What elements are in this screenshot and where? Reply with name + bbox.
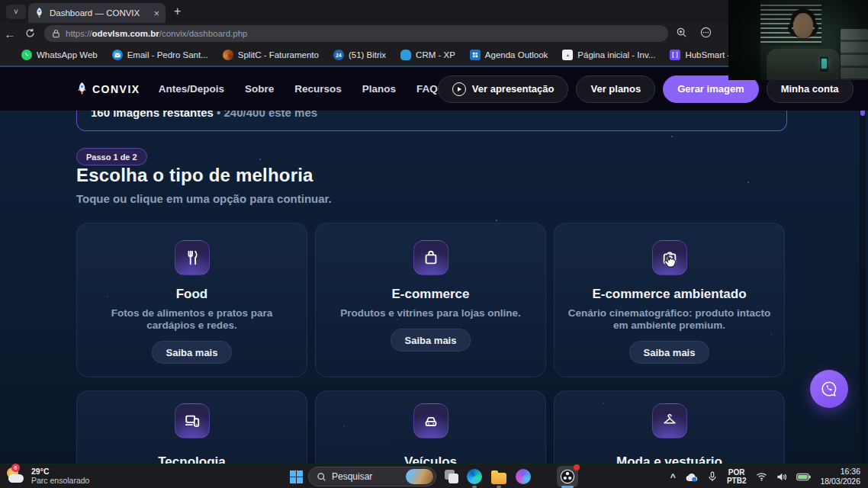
whatsapp-icon: [21, 50, 32, 60]
bookmark-email[interactable]: Email - Pedro Sant...: [112, 50, 208, 60]
tray-chevron-icon[interactable]: ^: [670, 472, 676, 483]
url-scheme: https://: [66, 29, 92, 38]
page-title: Escolha o tipo de melhoria: [76, 165, 313, 186]
nav-link-antes-depois[interactable]: Antes/Depois: [159, 83, 224, 95]
time: 16:36: [820, 467, 860, 477]
category-card-food[interactable]: Food Fotos de alimentos e pratos para ca…: [76, 223, 307, 377]
weather-condition: Parc ensolarado: [31, 476, 89, 485]
card-description: Fotos de alimentos e pratos para cardápi…: [87, 307, 297, 332]
card-description: Cenário cinematográfico: produto intacto…: [564, 307, 775, 332]
language-indicator[interactable]: POR PTB2: [727, 468, 747, 485]
category-card-ecommerce[interactable]: E-commerce Produtos e vitrines para loja…: [315, 223, 546, 377]
chart-icon: ▴: [562, 50, 573, 60]
card-title: Moda e vestuário: [616, 454, 722, 464]
category-card-veiculos[interactable]: Veículos: [315, 390, 546, 464]
tab-favicon-rocket-icon: [34, 8, 44, 18]
weather-widget[interactable]: 6 29°C Parc ensolarado: [6, 466, 89, 486]
windows-logo-icon: [290, 470, 303, 483]
new-tab-button[interactable]: +: [174, 5, 181, 18]
whatsapp-icon: [819, 379, 839, 399]
address-bar[interactable]: https://odevlsm.com.br/convix/dashboard.…: [44, 25, 668, 42]
onedrive-icon[interactable]: [685, 472, 699, 482]
microphone-icon[interactable]: [708, 471, 717, 483]
brand-name: CONVIX: [92, 83, 140, 95]
whatsapp-fab[interactable]: [810, 370, 848, 408]
site-logo[interactable]: CONVIX: [76, 82, 140, 95]
presentation-button[interactable]: Ver apresentação: [438, 75, 569, 103]
url-path: /convix/dashboard.php: [159, 29, 248, 38]
category-card-moda[interactable]: Moda e vestuário: [554, 390, 785, 464]
zoom-page-icon[interactable]: [676, 27, 687, 41]
mouse-cursor-hand: [663, 253, 677, 270]
shopping-bag-icon: [413, 240, 448, 275]
taskbar-search[interactable]: Pesquisar: [308, 467, 436, 486]
partly-sunny-icon: 6: [6, 466, 26, 486]
card-title: Veículos: [404, 454, 457, 464]
bookmark-crm-xp[interactable]: CRM - XP: [400, 50, 455, 60]
tab-close-icon[interactable]: ×: [153, 8, 159, 18]
back-icon[interactable]: ←: [0, 27, 20, 40]
bookmark-splitc[interactable]: SplitC - Faturamento: [223, 50, 319, 60]
bookmark-pagina-inicial[interactable]: ▴ Página inicial - Inv...: [562, 50, 655, 60]
volume-icon[interactable]: [776, 472, 787, 482]
bing-daily-image: [406, 469, 433, 484]
category-card-tecnologia[interactable]: Tecnologia: [76, 390, 307, 464]
nav-link-sobre[interactable]: Sobre: [245, 83, 274, 95]
nav-link-faq[interactable]: FAQ: [416, 83, 438, 95]
step-badge: Passo 1 de 2: [76, 148, 147, 165]
wifi-icon[interactable]: [756, 472, 767, 481]
nav-link-planos[interactable]: Planos: [362, 83, 396, 95]
card-title: Tecnologia: [158, 454, 225, 464]
play-icon: [452, 82, 466, 96]
car-icon: [413, 403, 448, 438]
taskbar-clock[interactable]: 16:36 18/03/2026: [820, 467, 860, 486]
search-icon: [317, 472, 326, 482]
learn-more-button[interactable]: Saiba mais: [152, 341, 233, 364]
bitrix24-icon: 24: [333, 50, 344, 60]
bookmark-bitrix[interactable]: 24 (51) Bitrix: [333, 50, 386, 60]
start-button[interactable]: [287, 467, 305, 486]
obs-studio-icon[interactable]: [557, 466, 578, 487]
category-card-ecommerce-ambientado[interactable]: E-commerce ambientado Cenário cinematogr…: [554, 223, 785, 377]
webcam-overlay: [728, 0, 868, 80]
card-title: E-commerce ambientado: [592, 287, 746, 302]
page-scrollbar[interactable]: [860, 67, 866, 464]
file-explorer-icon[interactable]: [490, 467, 508, 486]
tab-title: Dashboard — CONVIX: [50, 8, 148, 18]
view-plans-button[interactable]: Ver planos: [576, 75, 655, 103]
bookmark-agenda-outlook[interactable]: Agenda Outlook: [470, 50, 548, 60]
devices-icon: [175, 403, 210, 438]
recording-badge: [574, 464, 580, 470]
learn-more-button[interactable]: Saiba mais: [391, 329, 471, 352]
weather-temp: 29°C: [31, 467, 89, 476]
battery-icon[interactable]: [796, 473, 811, 481]
email-icon: [112, 50, 123, 60]
copilot-icon[interactable]: [514, 467, 532, 486]
browser-tab[interactable]: Dashboard — CONVIX ×: [28, 3, 166, 23]
lock-icon: [52, 29, 60, 38]
utensils-icon: [175, 240, 210, 275]
page-subtitle: Toque ou clique em uma opção para contin…: [76, 192, 332, 205]
splitc-icon: [223, 50, 233, 60]
news-badge: 6: [11, 464, 20, 472]
system-tray: ^ POR PTB2 16:36 18/03/2026: [666, 464, 868, 488]
refresh-icon[interactable]: [20, 27, 40, 40]
edge-taskbar-icon[interactable]: [465, 467, 484, 486]
date: 18/03/2026: [820, 477, 860, 486]
webcam-vignette: [728, 0, 868, 80]
tab-search-chevron-icon[interactable]: ˅: [6, 5, 26, 19]
nav-link-recursos[interactable]: Recursos: [294, 83, 342, 95]
task-view-button[interactable]: [442, 467, 461, 486]
page-viewport: 160 imagens restantes • 240/400 este mês…: [0, 66, 868, 464]
bookmark-whatsapp-web[interactable]: WhatsApp Web: [21, 50, 98, 60]
card-title: Food: [176, 287, 208, 302]
learn-more-button[interactable]: Saiba mais: [629, 341, 710, 364]
url-host: odevlsm.com.br: [92, 29, 159, 38]
card-description: Produtos e vitrines para lojas online.: [326, 307, 536, 319]
windows-taskbar: 6 29°C Parc ensolarado Pesquisar ^: [0, 464, 868, 488]
search-placeholder: Pesquisar: [332, 471, 400, 482]
calendar-icon: [470, 50, 481, 60]
hubsmart-icon: [670, 50, 680, 60]
card-title: E-commerce: [391, 287, 469, 302]
more-options-icon[interactable]: [700, 27, 712, 41]
